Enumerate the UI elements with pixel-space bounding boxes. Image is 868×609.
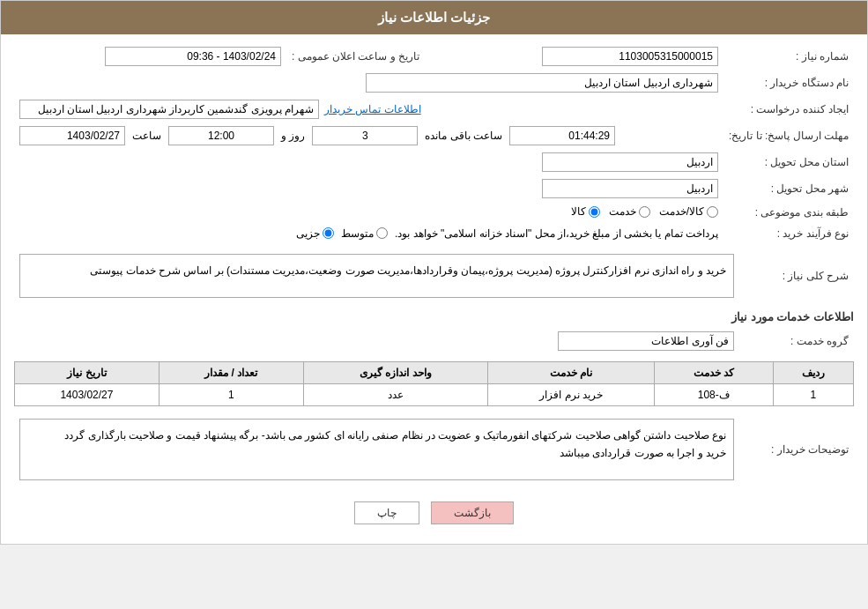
category-kala-option[interactable]: کالا [571, 205, 600, 218]
buyer-org-input: شهرداری اردبیل استان اردبیل [366, 73, 718, 93]
announce-date-value: 1403/02/24 - 09:36 [14, 43, 286, 70]
description-section: شرح کلی نیاز : خرید و راه اندازی نرم افز… [14, 250, 854, 301]
delivery-city-value: اردبیل [14, 175, 723, 202]
deadline-time-label: ساعت [132, 130, 161, 142]
creator-input: شهرام پرویزی گندشمین کاربرداز شهرداری ار… [19, 100, 319, 119]
table-row: 1ف-108خرید نرم افزارعدد11403/02/27 [15, 383, 854, 405]
category-kala-radio[interactable] [589, 206, 600, 218]
buyer-org-label: نام دستگاه خریدار : [723, 70, 854, 96]
purchase-type-motavaset-option[interactable]: متوسط [341, 227, 388, 240]
creator-label: ایجاد کننده درخواست : [723, 96, 854, 123]
cell-date: 1403/02/27 [15, 383, 160, 405]
col-quantity: تعداد / مقدار [159, 361, 303, 383]
col-service-name: نام خدمت [488, 361, 655, 383]
deadline-row: 01:44:29 ساعت باقی مانده 3 روز و 12:00 س… [14, 123, 723, 149]
col-date: تاریخ نیاز [15, 361, 160, 383]
services-table: ردیف کد خدمت نام خدمت واحد اندازه گیری ت… [14, 361, 854, 406]
purchase-type-motavaset-radio[interactable] [376, 227, 388, 239]
deadline-remaining-input: 01:44:29 [509, 126, 615, 145]
service-group-label: گروه خدمت : [739, 328, 854, 354]
contact-link[interactable]: اطلاعات تماس خریدار [324, 103, 421, 115]
service-group-section: گروه خدمت : فن آوری اطلاعات [14, 328, 854, 354]
delivery-province-label: استان محل تحویل : [723, 149, 854, 175]
deadline-label: مهلت ارسال پاسخ: تا تاریخ: [723, 123, 854, 149]
col-unit: واحد اندازه گیری [303, 361, 488, 383]
category-kala-khadamat-radio[interactable] [707, 206, 718, 218]
delivery-province-input: اردبیل [542, 152, 718, 172]
category-row: کالا/خدمت خدمت کالا [14, 202, 723, 224]
deadline-date-input: 1403/02/27 [19, 126, 125, 145]
request-number-value: 1103005315000015 [451, 43, 723, 70]
notes-section: توضیحات خریدار : نوع صلاحیت داشتن گواهی … [14, 415, 854, 484]
back-button[interactable]: بازگشت [431, 501, 514, 524]
category-kala-label: کالا [571, 205, 586, 218]
category-label: طبقه بندی موضوعی : [723, 202, 854, 224]
page-header: جزئیات اطلاعات نیاز [1, 1, 867, 34]
service-group-input: فن آوری اطلاعات [558, 331, 734, 351]
category-kala-khadamat-label: کالا/خدمت [659, 205, 704, 218]
page-content: شماره نیاز : 1103005315000015 تاریخ و سا… [1, 34, 867, 544]
creator-value: اطلاعات تماس خریدار شهرام پرویزی گندشمین… [14, 96, 723, 123]
category-khadamat-label: خدمت [609, 205, 636, 218]
col-row-num: ردیف [773, 361, 853, 383]
notes-label: توضیحات خریدار : [739, 415, 854, 484]
page-wrapper: جزئیات اطلاعات نیاز شماره نیاز : 1103005… [0, 0, 868, 545]
service-group-value: فن آوری اطلاعات [14, 328, 739, 354]
cell-quantity: 1 [159, 383, 303, 405]
purchase-type-jozi-radio[interactable] [323, 227, 334, 239]
purchase-type-label: نوع فرآیند خرید : [723, 224, 854, 243]
deadline-days-label: روز و [281, 130, 305, 142]
purchase-type-jozi-option[interactable]: جزیی [296, 227, 334, 240]
cell-row_num: 1 [773, 383, 853, 405]
category-kala-khadamat-option[interactable]: کالا/خدمت [659, 205, 718, 218]
notes-text: نوع صلاحیت داشتن گواهی صلاحیت شرکتهای ان… [64, 429, 726, 459]
delivery-city-input: اردبیل [542, 179, 718, 198]
deadline-remaining-label: ساعت باقی مانده [425, 130, 502, 142]
announce-date-input: 1403/02/24 - 09:36 [105, 47, 281, 66]
category-khadamat-option[interactable]: خدمت [609, 205, 650, 218]
delivery-province-value: اردبیل [14, 149, 723, 175]
request-number-input: 1103005315000015 [542, 47, 718, 66]
cell-service_code: ف-108 [654, 383, 773, 405]
col-service-code: کد خدمت [654, 361, 773, 383]
delivery-city-label: شهر محل تحویل : [723, 175, 854, 202]
notes-value: نوع صلاحیت داشتن گواهی صلاحیت شرکتهای ان… [14, 415, 739, 484]
cell-service_name: خرید نرم افزار [488, 383, 655, 405]
request-number-label: شماره نیاز : [723, 43, 854, 70]
description-label: شرح کلی نیاز : [739, 250, 854, 301]
page-title: جزئیات اطلاعات نیاز [378, 10, 490, 25]
services-section-title: اطلاعات خدمات مورد نیاز [14, 310, 854, 323]
deadline-time-input: 12:00 [168, 126, 274, 145]
info-section: شماره نیاز : 1103005315000015 تاریخ و سا… [14, 43, 854, 243]
print-button[interactable]: چاپ [354, 501, 419, 524]
buyer-org-value: شهرداری اردبیل استان اردبیل [14, 70, 723, 96]
notes-box: نوع صلاحیت داشتن گواهی صلاحیت شرکتهای ان… [19, 419, 734, 480]
purchase-type-row: پرداخت تمام یا بخشی از مبلغ خرید،از محل … [14, 224, 723, 243]
description-value: خرید و راه اندازی نرم افزارکنترل پروژه (… [14, 250, 739, 301]
cell-unit: عدد [303, 383, 488, 405]
announce-date-label: تاریخ و ساعت اعلان عمومی : [286, 43, 425, 70]
purchase-type-note: پرداخت تمام یا بخشی از مبلغ خرید،از محل … [395, 227, 718, 240]
purchase-type-jozi-label: جزیی [296, 227, 320, 240]
purchase-type-motavaset-label: متوسط [341, 227, 374, 240]
description-box: خرید و راه اندازی نرم افزارکنترل پروژه (… [19, 254, 734, 298]
deadline-days-input: 3 [312, 126, 418, 145]
button-row: بازگشت چاپ [14, 491, 854, 535]
category-khadamat-radio[interactable] [639, 206, 650, 218]
